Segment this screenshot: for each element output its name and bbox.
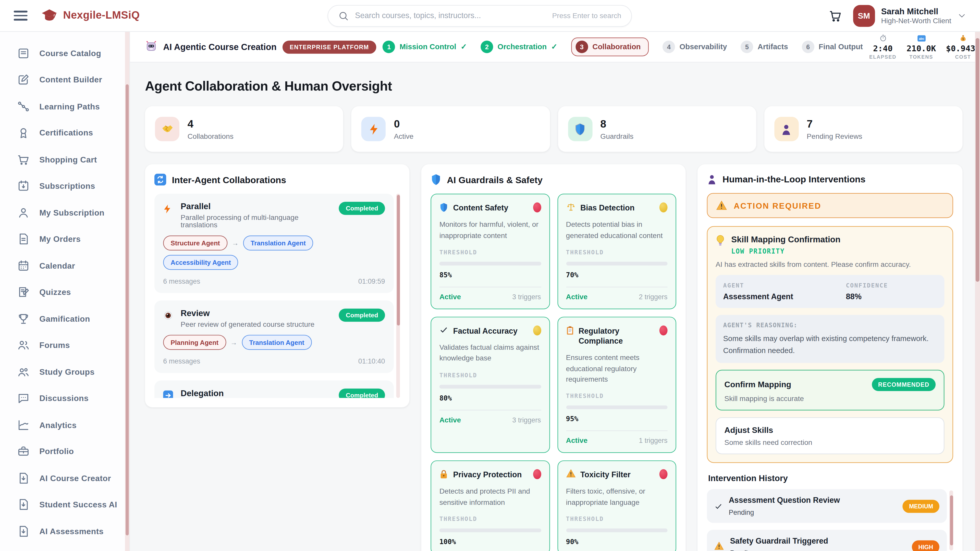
guardrail-bias-detection[interactable]: Bias Detection Detects potential bias in… xyxy=(557,194,676,309)
sidebar-scrollbar[interactable] xyxy=(125,32,129,551)
path-icon xyxy=(17,100,30,113)
calendar-down-icon xyxy=(17,179,30,192)
guardrail-factual-accuracy[interactable]: Factual Accuracy Validates factual claim… xyxy=(431,317,550,453)
award-icon xyxy=(17,126,30,139)
sidebar-item-learning-paths[interactable]: Learning Paths xyxy=(0,93,129,120)
page-scrollbar[interactable] xyxy=(975,32,980,551)
agent-chip[interactable]: Accessibility Agent xyxy=(163,255,239,270)
user-name: Sarah Mitchell xyxy=(881,7,951,16)
brand-logo[interactable]: Nexgile-LMSiQ xyxy=(41,8,140,23)
history-list[interactable]: Assessment Question Review Pending MEDIU… xyxy=(707,489,953,551)
step-final-output[interactable]: 6Final Output xyxy=(802,41,863,53)
step-artifacts[interactable]: 5Artifacts xyxy=(741,41,788,53)
check-icon xyxy=(439,325,448,334)
step-orchestration[interactable]: 2Orchestration✓ xyxy=(480,41,557,53)
stat-collaborations: 4Collaborations xyxy=(145,106,343,152)
step-collaboration[interactable]: 3Collaboration xyxy=(571,38,649,56)
guardrail-privacy-protection[interactable]: Privacy Protection Detects and protects … xyxy=(431,460,550,551)
user-icon xyxy=(17,206,30,219)
collaborations-list[interactable]: Parallel Parallel processing of multi-la… xyxy=(154,194,400,398)
message-count: 6 messages xyxy=(163,277,200,285)
workflow-metrics: 2:40ELAPSED abc 210.0KTOKENS $ $0.9430CO… xyxy=(869,34,980,59)
collab-item-review[interactable]: Review Peer review of generated course s… xyxy=(154,300,394,373)
sidebar-item-calendar[interactable]: Calendar xyxy=(0,252,129,279)
agent-chip[interactable]: Translation Agent xyxy=(243,235,313,251)
money-bag-icon: $ xyxy=(959,35,967,42)
status-dot-red xyxy=(659,469,668,479)
sidebar-item-course-catalog[interactable]: Course Catalog xyxy=(0,40,129,67)
step-mission-control[interactable]: 1Mission Control✓ xyxy=(383,41,467,53)
user-role: High-Net-Worth Client xyxy=(881,17,951,24)
sidebar-item-discussions[interactable]: Discussions xyxy=(0,385,129,412)
hitl-panel: Human-in-the-Loop Interventions ACTION R… xyxy=(697,164,963,551)
sidebar-item-my-subscription[interactable]: My Subscription xyxy=(0,199,129,226)
workflow-steps: 1Mission Control✓ 2Orchestration✓ 3Colla… xyxy=(383,38,863,56)
status-dot-red xyxy=(659,325,668,335)
sidebar-item-label: My Subscription xyxy=(39,208,104,218)
cart-icon[interactable] xyxy=(829,9,842,22)
guardrail-content-safety[interactable]: Content Safety Monitors for harmful, vio… xyxy=(431,194,550,309)
sidebar-item-label: Discussions xyxy=(39,394,89,403)
sidebar-item-analytics[interactable]: Analytics xyxy=(0,412,129,438)
sidebar-item-my-orders[interactable]: My Orders xyxy=(0,226,129,252)
threshold-bar xyxy=(439,528,541,532)
sidebar-item-study-groups[interactable]: Study Groups xyxy=(0,359,129,385)
person-icon xyxy=(774,117,799,141)
shield-icon xyxy=(431,174,441,186)
search-icon xyxy=(338,10,349,21)
graduation-cap-icon xyxy=(41,8,58,23)
file-import-icon xyxy=(17,525,30,538)
collab-item-delegation[interactable]: Delegation Delegating content analysis t… xyxy=(154,380,394,398)
confirm-mapping-button[interactable]: Confirm Mapping RECOMMENDED Skill mappin… xyxy=(716,370,944,410)
lightning-icon xyxy=(361,117,386,141)
agent-chip[interactable]: Structure Agent xyxy=(163,235,228,251)
search-input[interactable] xyxy=(355,11,552,20)
duration: 01:10:40 xyxy=(358,357,385,365)
sidebar-item-shopping-cart[interactable]: Shopping Cart xyxy=(0,146,129,173)
intervention-desc: AI has extracted skills from content. Pl… xyxy=(716,260,944,268)
sidebar-item-ai-course-creator[interactable]: AI Course Creator xyxy=(0,465,129,491)
sidebar-item-subscriptions[interactable]: Subscriptions xyxy=(0,173,129,199)
arrow-right-icon xyxy=(163,389,174,398)
guardrail-regulatory-compliance[interactable]: Regulatory Compliance Ensures content me… xyxy=(557,317,676,453)
menu-icon[interactable] xyxy=(14,11,27,21)
sidebar-item-label: AI Course Creator xyxy=(39,473,111,483)
sidebar-item-certifications[interactable]: Certifications xyxy=(0,120,129,146)
guardrail-toxicity-filter[interactable]: Toxicity Filter Filters toxic, offensive… xyxy=(557,460,676,551)
stat-active: 0Active xyxy=(352,106,550,152)
sidebar-item-label: Course Catalog xyxy=(39,48,101,58)
sidebar-item-content-builder[interactable]: Content Builder xyxy=(0,67,129,93)
sidebar-item-ai-assessments[interactable]: AI Assessments xyxy=(0,518,129,545)
sidebar-item-gamification[interactable]: Gamification xyxy=(0,306,129,332)
agent-chip[interactable]: Translation Agent xyxy=(242,335,312,350)
sidebar-item-forums[interactable]: Forums xyxy=(0,332,129,359)
stat-pending-reviews: 7Pending Reviews xyxy=(764,106,963,152)
adjust-skills-button[interactable]: Adjust Skills Some skills need correctio… xyxy=(716,417,944,454)
sidebar-item-label: Certifications xyxy=(39,128,93,138)
check-icon xyxy=(714,502,722,510)
shield-icon xyxy=(439,202,448,212)
reasoning-text: Some skills may overlap with existing co… xyxy=(723,333,937,356)
scale-icon xyxy=(566,202,576,212)
abc-icon: abc xyxy=(917,35,925,41)
quiz-icon xyxy=(17,286,30,299)
history-item[interactable]: Assessment Question Review Pending MEDIU… xyxy=(707,489,947,523)
collaborations-scrollbar[interactable] xyxy=(396,194,400,398)
trophy-icon xyxy=(17,312,30,325)
search-bar[interactable]: Press Enter to search xyxy=(328,5,632,27)
sidebar-item-student-success-ai[interactable]: Student Success AI xyxy=(0,491,129,518)
sidebar-item-label: Learning Paths xyxy=(39,102,100,111)
warning-icon xyxy=(566,469,576,478)
user-menu[interactable]: SM Sarah Mitchell High-Net-Worth Client xyxy=(853,5,966,27)
history-scrollbar[interactable] xyxy=(950,491,953,551)
document-icon xyxy=(17,233,30,246)
history-item[interactable]: Safety Guardrail Triggered Pending HIGH xyxy=(707,530,947,551)
stats-row: 4Collaborations 0Active 8Guardrails xyxy=(145,106,963,152)
sidebar-item-portfolio[interactable]: Portfolio xyxy=(0,438,129,465)
agent-chip[interactable]: Planning Agent xyxy=(163,335,226,350)
sidebar-item-quizzes[interactable]: Quizzes xyxy=(0,279,129,305)
step-observability[interactable]: 4Observability xyxy=(662,41,727,53)
collab-item-parallel[interactable]: Parallel Parallel processing of multi-la… xyxy=(154,194,394,293)
top-bar: Nexgile-LMSiQ Press Enter to search SM S… xyxy=(0,0,980,32)
warning-icon xyxy=(716,200,727,210)
